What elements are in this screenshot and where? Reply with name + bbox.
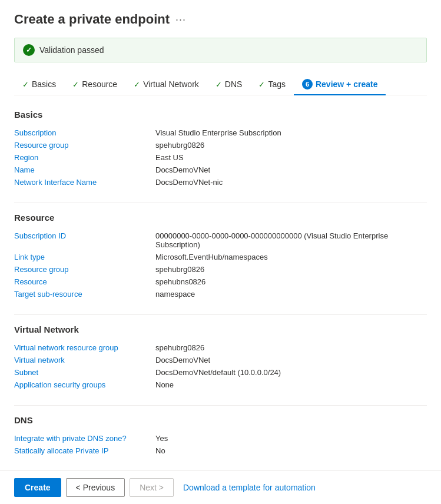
previous-button[interactable]: < Previous: [66, 478, 125, 497]
field-resource-rg-value: spehubrg0826: [155, 265, 427, 274]
field-rg-label: Resource group: [14, 141, 144, 150]
field-vnet-value: DocsDemoVNet: [155, 356, 427, 364]
create-button[interactable]: Create: [14, 478, 61, 497]
field-target-sub-resource: Target sub-resource namespace: [14, 288, 427, 300]
section-vnet-title: Virtual Network: [14, 324, 427, 334]
tab-resource[interactable]: ✓ Resource: [64, 75, 125, 95]
ellipsis-menu-icon[interactable]: ···: [175, 14, 186, 26]
tab-tags-check-icon: ✓: [258, 80, 265, 89]
tab-tags[interactable]: ✓ Tags: [250, 75, 294, 95]
tab-review-create[interactable]: 6 Review + create: [294, 74, 386, 95]
field-nic-value: DocsDemoVNet-nic: [155, 178, 427, 187]
field-nic-label: Network Interface Name: [14, 178, 144, 187]
tab-vnet-check-icon: ✓: [134, 80, 140, 89]
field-name: Name DocsDemoVNet: [14, 164, 427, 176]
field-subscription-id: Subscription ID 00000000-0000-0000-0000-…: [14, 230, 427, 251]
field-resource-label: Resource: [14, 277, 144, 286]
field-name-label: Name: [14, 165, 144, 174]
field-target-sub-value: namespace: [155, 290, 427, 299]
section-virtual-network: Virtual Network Virtual network resource…: [14, 324, 427, 391]
next-button: Next >: [130, 478, 174, 497]
field-vnet-rg: Virtual network resource group spehubrg0…: [14, 341, 427, 354]
field-sub-id-value: 00000000-0000-0000-0000-000000000000 (Vi…: [155, 231, 427, 249]
field-virtual-network: Virtual network DocsDemoVNet: [14, 354, 427, 366]
divider-basics-resource: [14, 203, 427, 203]
field-resource-rg: Resource group spehubrg0826: [14, 263, 427, 276]
tab-basics[interactable]: ✓ Basics: [14, 75, 64, 95]
field-rg-value: spehubrg0826: [155, 141, 427, 150]
field-static-ip-value: No: [155, 446, 427, 455]
field-region-label: Region: [14, 153, 144, 162]
field-private-dns-value: Yes: [155, 434, 427, 443]
field-region: Region East US: [14, 151, 427, 164]
tab-dns-check-icon: ✓: [215, 80, 222, 89]
field-asg-label: Application security groups: [14, 380, 144, 389]
field-name-value: DocsDemoVNet: [155, 165, 427, 174]
validation-text: Validation passed: [39, 45, 104, 55]
field-private-dns: Integrate with private DNS zone? Yes: [14, 432, 427, 445]
tab-review-badge: 6: [302, 79, 313, 89]
download-template-link[interactable]: Download a template for automation: [183, 483, 316, 492]
section-dns: DNS Integrate with private DNS zone? Yes…: [14, 415, 427, 457]
page-title: Create a private endpoint: [14, 12, 170, 27]
field-target-sub-label: Target sub-resource: [14, 290, 144, 299]
validation-banner: Validation passed: [14, 38, 427, 62]
field-resource-value: spehubns0826: [155, 277, 427, 286]
tab-review-label: Review + create: [316, 79, 377, 89]
validation-check-icon: [23, 44, 35, 56]
field-resource-group: Resource group spehubrg0826: [14, 139, 427, 151]
divider-vnet-dns: [14, 405, 427, 406]
field-nic-name: Network Interface Name DocsDemoVNet-nic: [14, 176, 427, 188]
field-subscription-value: Visual Studio Enterprise Subscription: [155, 128, 427, 137]
field-sub-id-label: Subscription ID: [14, 231, 144, 240]
field-asg: Application security groups None: [14, 379, 427, 391]
tab-vnet-label: Virtual Network: [143, 79, 199, 89]
footer: Create < Previous Next > Download a temp…: [0, 470, 441, 504]
tabs-row: ✓ Basics ✓ Resource ✓ Virtual Network ✓ …: [14, 74, 427, 95]
tab-virtual-network[interactable]: ✓ Virtual Network: [125, 75, 207, 95]
field-private-dns-label: Integrate with private DNS zone?: [14, 434, 144, 443]
tab-dns-label: DNS: [225, 79, 243, 89]
divider-resource-vnet: [14, 314, 427, 315]
field-vnet-rg-label: Virtual network resource group: [14, 343, 144, 352]
section-basics-title: Basics: [14, 110, 427, 120]
tab-basics-check-icon: ✓: [22, 80, 29, 89]
section-basics: Basics Subscription Visual Studio Enterp…: [14, 110, 427, 188]
field-asg-value: None: [155, 380, 427, 389]
section-resource: Resource Subscription ID 00000000-0000-0…: [14, 213, 427, 300]
field-static-ip-label: Statically allocate Private IP: [14, 446, 144, 455]
tab-resource-label: Resource: [82, 79, 117, 89]
field-subscription: Subscription Visual Studio Enterprise Su…: [14, 127, 427, 139]
field-subnet: Subnet DocsDemoVNet/default (10.0.0.0/24…: [14, 366, 427, 379]
tab-dns[interactable]: ✓ DNS: [207, 75, 251, 95]
field-vnet-label: Virtual network: [14, 356, 144, 364]
field-link-type-value: Microsoft.EventHub/namespaces: [155, 253, 427, 261]
section-dns-title: DNS: [14, 415, 427, 425]
field-link-type-label: Link type: [14, 253, 144, 261]
tab-basics-label: Basics: [32, 79, 56, 89]
tab-resource-check-icon: ✓: [72, 80, 79, 89]
section-resource-title: Resource: [14, 213, 427, 223]
field-subscription-label: Subscription: [14, 128, 144, 137]
field-static-ip: Statically allocate Private IP No: [14, 445, 427, 457]
field-region-value: East US: [155, 153, 427, 162]
field-resource: Resource spehubns0826: [14, 276, 427, 288]
tab-tags-label: Tags: [268, 79, 286, 89]
field-link-type: Link type Microsoft.EventHub/namespaces: [14, 251, 427, 263]
field-resource-rg-label: Resource group: [14, 265, 144, 274]
field-subnet-label: Subnet: [14, 368, 144, 377]
field-vnet-rg-value: spehubrg0826: [155, 343, 427, 352]
field-subnet-value: DocsDemoVNet/default (10.0.0.0/24): [155, 368, 427, 377]
